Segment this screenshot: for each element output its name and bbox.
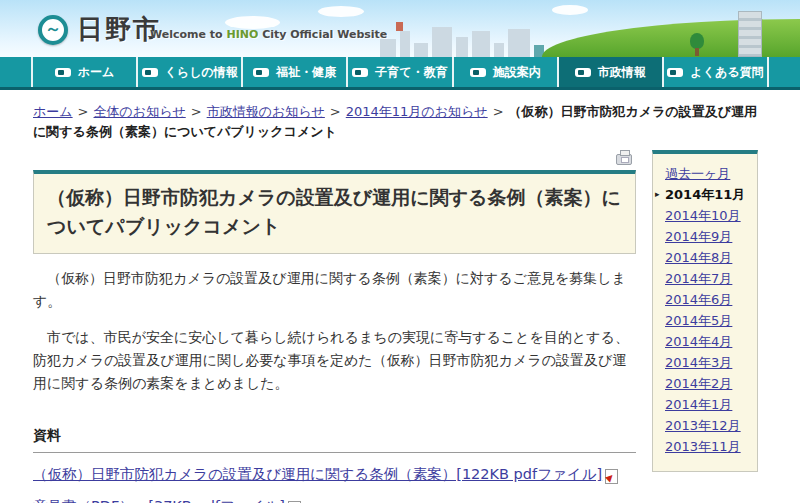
sidebar-month-link[interactable]: 2014年3月 (665, 352, 749, 373)
city-silhouette (414, 43, 428, 57)
breadcrumb-link[interactable]: 2014年11月のお知らせ (346, 104, 488, 119)
nav-item-label: 福祉・健康 (276, 64, 336, 81)
tree-icon (690, 33, 704, 49)
sidebar-month-link[interactable]: 2014年10月 (665, 205, 749, 226)
city-silhouette (432, 27, 452, 57)
nav-arrow-icon (55, 68, 71, 77)
sidebar-month-link[interactable]: 2014年2月 (665, 373, 749, 394)
current-month-label: 2014年11月 (665, 187, 745, 202)
nav-item-label: くらしの情報 (165, 64, 238, 81)
site-logo[interactable]: ～ 日野市 (38, 12, 161, 47)
welcome-hino: HINO (226, 28, 258, 41)
nav-item[interactable]: ホーム (31, 57, 136, 87)
nav-arrow-icon (142, 68, 158, 77)
nav-arrow-icon (575, 68, 591, 77)
printer-icon[interactable] (616, 154, 632, 165)
nav-item[interactable]: 子育て・教育 (346, 57, 451, 87)
nav-item[interactable]: くらしの情報 (136, 57, 241, 87)
sidebar-month-link[interactable]: 2014年9月 (665, 226, 749, 247)
page-title: （仮称）日野市防犯カメラの設置及び運用に関する条例（素案）についてパブリックコメ… (33, 170, 636, 254)
attachment-label: （仮称）日野市防犯カメラの設置及び運用に関する条例（素案）[122KB pdfフ… (33, 465, 602, 484)
divider (33, 452, 636, 453)
cloud-shape (318, 6, 364, 17)
sidebar-past-month-link[interactable]: 過去一ヶ月 (665, 163, 749, 184)
nav-item-label: 施設案内 (493, 64, 541, 81)
sidebar-month-link[interactable]: 2013年12月 (665, 415, 749, 436)
nav-item-label: ホーム (78, 64, 115, 81)
welcome-tagline: Welcome to HINO City Official Website (150, 28, 387, 41)
city-silhouette (396, 22, 403, 31)
attachment-link[interactable]: 意見書（PDF） [37KB pdfファイル] (33, 497, 301, 503)
welcome-pre: Welcome to (150, 28, 226, 41)
nav-item-label: よくある質問 (690, 64, 763, 81)
body-paragraph: （仮称）日野市防犯カメラの設置及び運用に関する条例（素案）に対するご意見を募集し… (33, 267, 636, 313)
city-silhouette (494, 43, 504, 57)
sidebar-month-link[interactable]: 2014年1月 (665, 394, 749, 415)
content-area: （仮称）日野市防犯カメラの設置及び運用に関する条例（素案）についてパブリックコメ… (33, 150, 758, 503)
attachment-row: 意見書（PDF） [37KB pdfファイル] (33, 497, 636, 503)
breadcrumb-link[interactable]: 市政情報のお知らせ (207, 104, 325, 119)
hino-logo-icon: ～ (38, 15, 68, 45)
city-silhouette (456, 37, 468, 57)
breadcrumb-item: 2014年11月のお知らせ> (346, 104, 509, 119)
breadcrumb-item: ホーム> (33, 104, 94, 119)
breadcrumb-separator: > (493, 104, 504, 119)
welcome-post: City Official Website (258, 28, 387, 41)
sidebar-month-link[interactable]: 2014年6月 (665, 289, 749, 310)
building-icon (738, 11, 762, 57)
breadcrumb-link[interactable]: 全体のお知らせ (94, 104, 186, 119)
sidebar-month-link[interactable]: 2014年8月 (665, 247, 749, 268)
pdf-icon (605, 469, 618, 484)
breadcrumb-link[interactable]: ホーム (33, 104, 73, 119)
sidebar-month-link[interactable]: 2013年11月 (665, 436, 749, 457)
attachment-link[interactable]: （仮称）日野市防犯カメラの設置及び運用に関する条例（素案）[122KB pdfフ… (33, 465, 618, 484)
nav-item[interactable]: 福祉・健康 (241, 57, 346, 87)
month-archive-sidebar: 過去一ヶ月 ▸2014年11月 2014年10月 2014年9月 2014年8月… (652, 150, 758, 472)
sidebar-month-link[interactable]: 2014年5月 (665, 310, 749, 331)
breadcrumb-separator: > (191, 104, 202, 119)
breadcrumb-item: 全体のお知らせ> (94, 104, 207, 119)
breadcrumb-separator: > (330, 104, 341, 119)
nav-item[interactable]: よくある質問 (662, 57, 769, 87)
global-nav: ホーム くらしの情報 福祉・健康 子育て・教育 施設案内 市政情報 よくある質問 (0, 57, 800, 90)
site-name: 日野市 (77, 12, 161, 47)
attachment-label: 意見書（PDF） [37KB pdfファイル] (33, 497, 285, 503)
city-silhouette (380, 39, 396, 57)
nav-arrow-icon (253, 68, 269, 77)
nav-item-label: 子育て・教育 (375, 64, 447, 81)
sidebar-month-link[interactable]: 2014年7月 (665, 268, 749, 289)
body-paragraph: 市では、市民が安全に安心して暮らし続けられるまちの実現に寄与することを目的とする… (33, 326, 636, 395)
breadcrumb-item: 市政情報のお知らせ> (207, 104, 346, 119)
cloud-shape (552, 5, 588, 15)
attachments-heading: 資料 (33, 427, 636, 445)
sidebar-current-month: ▸2014年11月 (665, 184, 749, 205)
sidebar-month-link[interactable]: 2014年4月 (665, 331, 749, 352)
nav-arrow-icon (470, 68, 486, 77)
breadcrumb-separator: > (78, 104, 89, 119)
nav-item-label: 市政情報 (598, 64, 646, 81)
breadcrumb: ホーム>全体のお知らせ>市政情報のお知らせ>2014年11月のお知らせ>（仮称）… (0, 90, 800, 142)
city-silhouette (508, 29, 530, 57)
attachment-row: （仮称）日野市防犯カメラの設置及び運用に関する条例（素案）[122KB pdfフ… (33, 465, 636, 484)
nav-item[interactable]: 施設案内 (452, 57, 557, 87)
tree-icon (695, 48, 699, 56)
city-silhouette (400, 31, 410, 57)
main-column: （仮称）日野市防犯カメラの設置及び運用に関する条例（素案）についてパブリックコメ… (33, 150, 636, 503)
print-row (33, 150, 636, 168)
nav-item[interactable]: 市政情報 (557, 57, 662, 87)
site-header: ～ 日野市 Welcome to HINO City Official Webs… (0, 0, 800, 57)
nav-arrow-icon (352, 68, 368, 77)
current-month-marker-icon: ▸ (655, 184, 660, 205)
city-silhouette (472, 31, 490, 57)
nav-arrow-icon (667, 68, 683, 77)
